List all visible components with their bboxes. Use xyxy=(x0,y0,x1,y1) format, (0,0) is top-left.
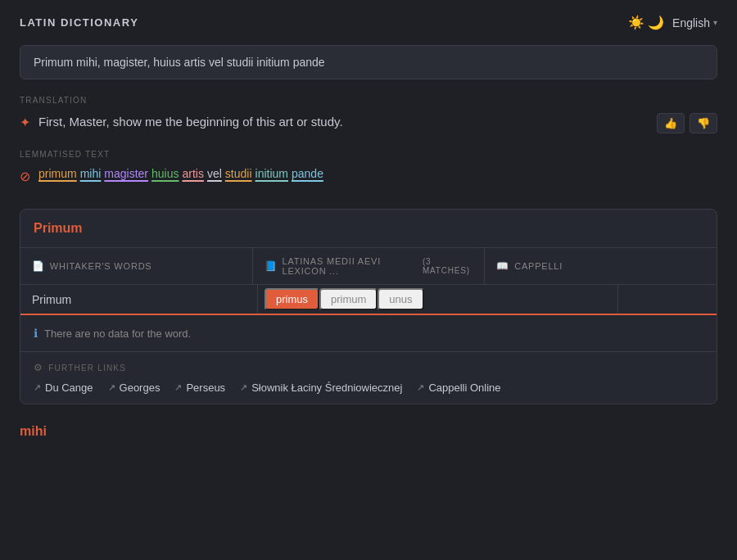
lemmatised-section: LEMMATISED TEXT ⊘ primummihimagisterhuiu… xyxy=(0,137,737,192)
dict-card-header: Primum xyxy=(20,210,717,248)
lemma-word[interactable]: primum xyxy=(38,167,77,180)
search-container xyxy=(0,45,737,96)
lemma-slash-icon: ⊘ xyxy=(20,169,30,184)
lemma-word[interactable]: mihi xyxy=(80,167,102,180)
further-links-label: ⚙ FURTHER LINKS xyxy=(34,362,703,373)
dict-source-latinas[interactable]: 📘 LATINAS MEDII AEVI LEXICON ... (3 matc… xyxy=(253,248,486,284)
app-title: LATIN DICTIONARY xyxy=(20,16,138,29)
translation-section: TRANSLATION ✦ First, Master, show me the… xyxy=(0,96,737,133)
translation-label: TRANSLATION xyxy=(20,96,717,105)
further-link-label: Cappelli Online xyxy=(428,382,500,394)
cappelli-label: CAPPELLI xyxy=(514,261,563,271)
further-link-du-cange[interactable]: ↗Du Cange xyxy=(34,382,93,394)
further-link-label: Słownik Łaciny Średniowiecznej xyxy=(251,382,402,394)
external-link-icon: ↗ xyxy=(174,382,182,393)
external-link-icon: ↗ xyxy=(240,382,247,393)
sun-icon[interactable]: ☀️ xyxy=(628,15,644,30)
language-selector[interactable]: English ▾ xyxy=(672,16,717,29)
theme-toggle[interactable]: ☀️ 🌙 xyxy=(628,15,664,30)
external-link-icon: ↗ xyxy=(417,382,424,393)
lemma-word[interactable]: magister xyxy=(104,167,148,180)
latinas-label: LATINAS MEDII AEVI LEXICON ... xyxy=(282,256,417,276)
further-link-cappelli-online[interactable]: ↗Cappelli Online xyxy=(417,382,500,394)
further-link-label: Georges xyxy=(120,382,161,394)
chevron-down-icon: ▾ xyxy=(713,18,717,27)
further-link-słownik-łaciny-średniowiecznej[interactable]: ↗Słownik Łaciny Średniowiecznej xyxy=(240,382,402,394)
whitaker-icon: 📄 xyxy=(32,260,45,272)
header-right: ☀️ 🌙 English ▾ xyxy=(628,15,717,30)
thumbdown-button[interactable]: 👎 xyxy=(690,113,717,133)
dict-left-word: Primum xyxy=(32,293,71,306)
search-input[interactable] xyxy=(20,45,717,79)
dict-tab-primum[interactable]: primum xyxy=(319,288,378,310)
lemma-word[interactable]: pande xyxy=(292,167,323,180)
further-links-section: ⚙ FURTHER LINKS ↗Du Cange↗Georges↗Perseu… xyxy=(20,352,717,404)
no-data-text: There are no data for the word. xyxy=(44,327,191,340)
app-header: LATIN DICTIONARY ☀️ 🌙 English ▾ xyxy=(0,0,737,45)
thumbup-button[interactable]: 👍 xyxy=(657,113,685,133)
further-link-label: Du Cange xyxy=(45,382,93,394)
dict-left-cell: Primum xyxy=(20,285,258,314)
external-link-icon: ↗ xyxy=(108,382,115,393)
external-link-icon: ↗ xyxy=(34,382,41,393)
lemmatised-row: ⊘ primummihimagisterhuiusartisvelstudiii… xyxy=(20,167,717,184)
dict-right-cell xyxy=(618,285,717,314)
further-links-icon: ⚙ xyxy=(34,362,43,373)
whitaker-label: WHITAKER'S WORDS xyxy=(50,261,152,271)
dict-source-cappelli[interactable]: 📖 CAPPELLI xyxy=(485,248,717,284)
further-link-label: Perseus xyxy=(186,382,225,394)
cappelli-icon: 📖 xyxy=(496,260,509,272)
latinas-icon: 📘 xyxy=(265,260,278,272)
moon-icon[interactable]: 🌙 xyxy=(648,15,664,30)
dict-tab-unus[interactable]: unus xyxy=(378,288,423,310)
further-links-text: FURTHER LINKS xyxy=(48,364,126,373)
lemmatised-words: primummihimagisterhuiusartisvelstudiiini… xyxy=(38,167,323,180)
dict-source-whitaker[interactable]: 📄 WHITAKER'S WORDS xyxy=(20,248,253,284)
lemma-word[interactable]: studii xyxy=(225,167,252,180)
further-links-list: ↗Du Cange↗Georges↗Perseus↗Słownik Łaciny… xyxy=(34,382,703,394)
dict-word-title: Primum xyxy=(34,221,83,235)
translation-row: ✦ First, Master, show me the beginning o… xyxy=(20,113,717,133)
mihi-title: mihi xyxy=(0,421,737,449)
language-label: English xyxy=(672,16,710,29)
dict-tabs: primusprimumunus xyxy=(258,285,618,314)
further-link-georges[interactable]: ↗Georges xyxy=(108,382,161,394)
lemma-word[interactable]: initium xyxy=(255,167,288,180)
no-data-row: ℹ There are no data for the word. xyxy=(20,315,717,352)
feedback-buttons: 👍 👎 xyxy=(657,113,717,133)
dict-tab-primus[interactable]: primus xyxy=(265,288,319,310)
primum-dict-card: Primum 📄 WHITAKER'S WORDS 📘 LATINAS MEDI… xyxy=(20,209,717,404)
translation-text: First, Master, show me the beginning of … xyxy=(38,113,343,132)
lemmatised-label: LEMMATISED TEXT xyxy=(20,150,717,159)
dict-tabs-row: Primum primusprimumunus xyxy=(20,285,717,315)
translation-content: ✦ First, Master, show me the beginning o… xyxy=(20,113,343,132)
lemma-word[interactable]: huius xyxy=(151,167,179,180)
latinas-matches: (3 matches) xyxy=(423,257,472,275)
info-icon: ℹ xyxy=(34,327,38,340)
dict-sources: 📄 WHITAKER'S WORDS 📘 LATINAS MEDII AEVI … xyxy=(20,248,717,285)
spark-icon: ✦ xyxy=(20,115,30,130)
further-link-perseus[interactable]: ↗Perseus xyxy=(174,382,225,394)
lemma-word[interactable]: vel xyxy=(207,167,222,180)
lemma-word[interactable]: artis xyxy=(183,167,204,180)
